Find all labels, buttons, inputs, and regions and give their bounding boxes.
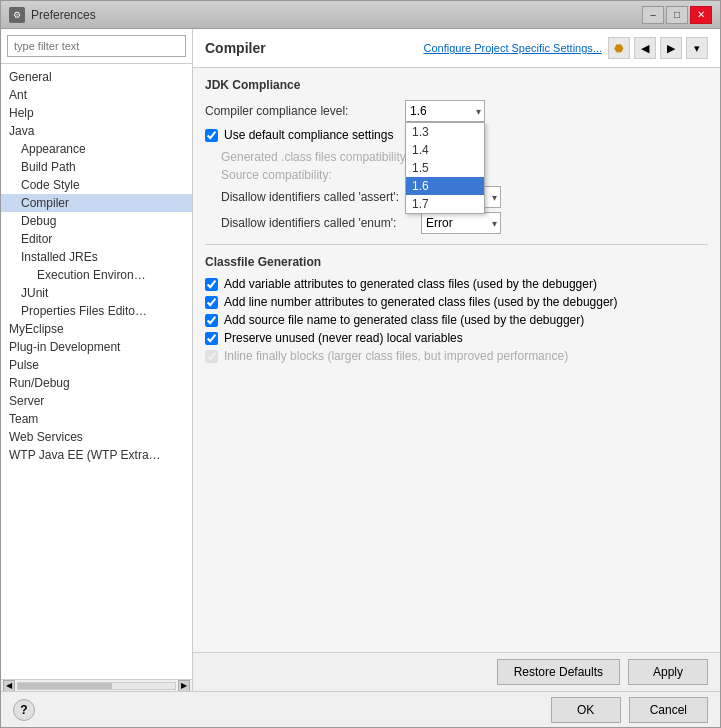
option-1-3[interactable]: 1.3 xyxy=(406,123,484,141)
assert-label: Disallow identifiers called 'assert': xyxy=(221,190,421,204)
jdk-compliance-title: JDK Compliance xyxy=(205,78,708,92)
sidebar-item-help[interactable]: Help xyxy=(1,104,192,122)
compliance-level-row: Compiler compliance level: 1.3 1.4 1.5 1… xyxy=(205,100,708,122)
search-box xyxy=(1,29,192,64)
back-button[interactable]: ◀ xyxy=(634,37,656,59)
sidebar-item-compiler[interactable]: Compiler xyxy=(1,194,192,212)
preserve-unused-row: Preserve unused (never read) local varia… xyxy=(205,331,708,345)
tree: General Ant Help Java Appearance Build P… xyxy=(1,64,192,679)
scroll-track[interactable] xyxy=(17,682,176,690)
add-line-number-checkbox[interactable] xyxy=(205,296,218,309)
title-bar: ⚙ Preferences – □ ✕ xyxy=(1,1,720,29)
window-title: Preferences xyxy=(31,8,96,22)
option-1-4[interactable]: 1.4 xyxy=(406,141,484,159)
ok-button[interactable]: OK xyxy=(551,697,621,723)
bottom-bar: Restore Defaults Apply xyxy=(193,652,720,691)
nav-icon[interactable]: ⬣ xyxy=(608,37,630,59)
sidebar-item-run-debug[interactable]: Run/Debug xyxy=(1,374,192,392)
sidebar-item-properties-files[interactable]: Properties Files Edito… xyxy=(1,302,192,320)
restore-defaults-button[interactable]: Restore Defaults xyxy=(497,659,620,685)
configure-project-link[interactable]: Configure Project Specific Settings... xyxy=(423,42,602,54)
close-button[interactable]: ✕ xyxy=(690,6,712,24)
sidebar-item-execution-environ[interactable]: Execution Environ… xyxy=(1,266,192,284)
sidebar-item-code-style[interactable]: Code Style xyxy=(1,176,192,194)
footer: ? OK Cancel xyxy=(1,691,720,727)
enum-row: Disallow identifiers called 'enum': Erro… xyxy=(221,212,708,234)
scroll-left-btn[interactable]: ◀ xyxy=(3,680,15,692)
preserve-unused-label: Preserve unused (never read) local varia… xyxy=(224,331,463,345)
sidebar-item-plugin-dev[interactable]: Plug-in Development xyxy=(1,338,192,356)
panel-toolbar: ⬣ ◀ ▶ ▾ xyxy=(608,37,708,59)
add-variable-attrs-row: Add variable attributes to generated cla… xyxy=(205,277,708,291)
sidebar-item-general[interactable]: General xyxy=(1,68,192,86)
scroll-thumb xyxy=(18,683,112,689)
sidebar-item-appearance[interactable]: Appearance xyxy=(1,140,192,158)
classfile-gen-title: Classfile Generation xyxy=(205,255,708,269)
generated-class-label: Generated .class files compatibility: xyxy=(221,150,421,164)
add-line-number-label: Add line number attributes to generated … xyxy=(224,295,618,309)
app-icon: ⚙ xyxy=(9,7,25,23)
use-default-checkbox[interactable] xyxy=(205,129,218,142)
add-source-file-row: Add source file name to generated class … xyxy=(205,313,708,327)
sidebar-item-junit[interactable]: JUnit xyxy=(1,284,192,302)
source-compat-label: Source compatibility: xyxy=(221,168,421,182)
search-input[interactable] xyxy=(7,35,186,57)
compliance-level-select[interactable]: 1.3 1.4 1.5 1.6 1.7 xyxy=(405,100,485,122)
option-1-5[interactable]: 1.5 xyxy=(406,159,484,177)
sidebar-item-java[interactable]: Java xyxy=(1,122,192,140)
minimize-button[interactable]: – xyxy=(642,6,664,24)
enum-dropdown-wrapper: Error Warning Ignore ▾ xyxy=(421,212,501,234)
inline-finally-row: Inline finally blocks (larger class file… xyxy=(205,349,708,363)
panel-header: Compiler Configure Project Specific Sett… xyxy=(193,29,720,68)
sidebar-item-debug[interactable]: Debug xyxy=(1,212,192,230)
help-button[interactable]: ? xyxy=(13,699,35,721)
window-controls: – □ ✕ xyxy=(642,6,712,24)
sidebar-item-server[interactable]: Server xyxy=(1,392,192,410)
option-1-7[interactable]: 1.7 xyxy=(406,195,484,213)
sidebar-item-ant[interactable]: Ant xyxy=(1,86,192,104)
sidebar-item-wtp-java-ee[interactable]: WTP Java EE (WTP Extra… xyxy=(1,446,192,464)
apply-button[interactable]: Apply xyxy=(628,659,708,685)
sidebar-item-myeclipse[interactable]: MyEclipse xyxy=(1,320,192,338)
horizontal-scrollbar[interactable]: ◀ ▶ xyxy=(1,679,192,691)
enum-select[interactable]: Error Warning Ignore xyxy=(421,212,501,234)
footer-right: OK Cancel xyxy=(551,697,708,723)
section-divider xyxy=(205,244,708,245)
cancel-button[interactable]: Cancel xyxy=(629,697,708,723)
main-content: General Ant Help Java Appearance Build P… xyxy=(1,29,720,691)
panel-title: Compiler xyxy=(205,40,266,56)
add-source-file-checkbox[interactable] xyxy=(205,314,218,327)
compliance-level-label: Compiler compliance level: xyxy=(205,104,405,118)
sidebar-item-build-path[interactable]: Build Path xyxy=(1,158,192,176)
sidebar-item-web-services[interactable]: Web Services xyxy=(1,428,192,446)
sidebar-item-editor[interactable]: Editor xyxy=(1,230,192,248)
sidebar: General Ant Help Java Appearance Build P… xyxy=(1,29,193,691)
sidebar-item-installed-jres[interactable]: Installed JREs xyxy=(1,248,192,266)
sidebar-item-pulse[interactable]: Pulse xyxy=(1,356,192,374)
maximize-button[interactable]: □ xyxy=(666,6,688,24)
panel-body: JDK Compliance Compiler compliance level… xyxy=(193,68,720,652)
right-panel: Compiler Configure Project Specific Sett… xyxy=(193,29,720,691)
add-source-file-label: Add source file name to generated class … xyxy=(224,313,584,327)
footer-left: ? xyxy=(13,699,35,721)
compliance-dropdown-popup: 1.3 1.4 1.5 1.6 1.7 xyxy=(405,122,485,214)
add-line-number-row: Add line number attributes to generated … xyxy=(205,295,708,309)
add-variable-attrs-label: Add variable attributes to generated cla… xyxy=(224,277,597,291)
inline-finally-label: Inline finally blocks (larger class file… xyxy=(224,349,568,363)
compliance-dropdown-wrapper: 1.3 1.4 1.5 1.6 1.7 ▾ 1.3 1.4 1.5 1.6 xyxy=(405,100,485,122)
preserve-unused-checkbox[interactable] xyxy=(205,332,218,345)
add-variable-attrs-checkbox[interactable] xyxy=(205,278,218,291)
option-1-6[interactable]: 1.6 xyxy=(406,177,484,195)
preferences-window: ⚙ Preferences – □ ✕ General Ant Help Jav… xyxy=(0,0,721,728)
scroll-right-btn[interactable]: ▶ xyxy=(178,680,190,692)
forward-button[interactable]: ▶ xyxy=(660,37,682,59)
sidebar-item-team[interactable]: Team xyxy=(1,410,192,428)
enum-label: Disallow identifiers called 'enum': xyxy=(221,216,421,230)
inline-finally-checkbox xyxy=(205,350,218,363)
dropdown-button[interactable]: ▾ xyxy=(686,37,708,59)
use-default-label: Use default compliance settings xyxy=(224,128,393,142)
title-bar-left: ⚙ Preferences xyxy=(9,7,96,23)
